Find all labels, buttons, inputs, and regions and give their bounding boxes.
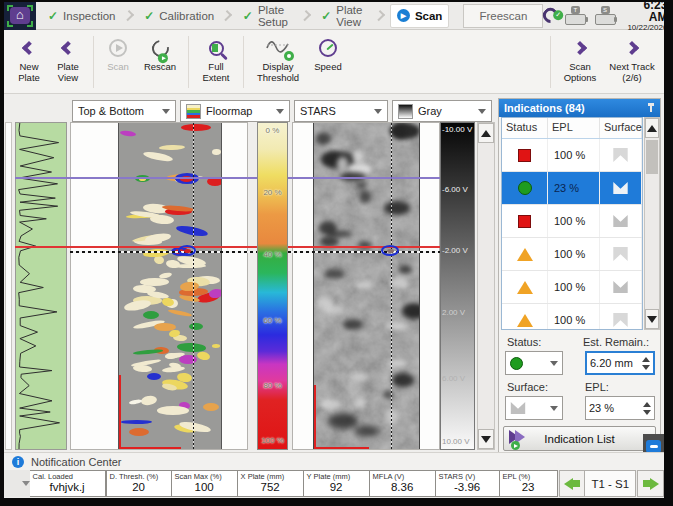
tab-calibration[interactable]: ✓Calibration [138, 4, 220, 28]
arrow-right-icon [643, 478, 659, 490]
column-header-status[interactable]: Status [502, 118, 548, 138]
cursor-hline [70, 251, 257, 253]
epl-value: 100 % [548, 304, 600, 330]
app-window: ⌂ ✓Inspection✓Calibration✓Plate Setup✓Pl… [4, 2, 664, 498]
status-select[interactable] [505, 351, 563, 375]
scroll-down-button[interactable] [478, 429, 494, 449]
status-icon [518, 181, 532, 195]
collapsed-panel-edge[interactable] [5, 122, 12, 450]
info-icon: i [12, 456, 24, 468]
scroll-up-button[interactable] [478, 123, 494, 143]
home-button[interactable]: ⌂ [4, 2, 36, 30]
next-track-nav-button[interactable] [637, 470, 664, 497]
play-icon [109, 39, 127, 57]
indications-scrollbar[interactable] [644, 117, 660, 330]
status-icon [518, 215, 531, 228]
status-bar-expander[interactable] [4, 470, 30, 497]
new-plate-button[interactable]: New Plate [10, 34, 48, 83]
check-icon: ✓ [243, 9, 253, 23]
cell-value: 23 [500, 481, 557, 493]
breadcrumb-separator [221, 10, 232, 21]
speed-button[interactable]: Speed [307, 34, 349, 73]
tab-plate-setup[interactable]: ✓Plate Setup [237, 4, 299, 28]
surface-select[interactable] [505, 396, 563, 420]
amplitude-waveform-panel[interactable] [15, 122, 67, 450]
floormap-view[interactable] [70, 122, 248, 450]
surface-label: Surface: [507, 381, 548, 393]
surface-icon [613, 181, 629, 195]
table-row[interactable]: 100 % [502, 205, 642, 238]
table-row[interactable]: 23 % [502, 172, 642, 205]
spinner-arrows[interactable] [643, 402, 651, 415]
pin-icon[interactable] [647, 103, 655, 113]
layout-select[interactable]: Top & Bottom [72, 100, 176, 122]
indications-header[interactable]: Indications (84) [499, 99, 660, 117]
scrollbar[interactable] [477, 122, 495, 450]
indications-title: Indications (84) [504, 102, 585, 114]
floormap-scan-strip[interactable] [118, 123, 222, 449]
plate-view-button[interactable]: Plate View [48, 34, 88, 83]
selected-indication-marker[interactable] [178, 245, 196, 256]
surface-icon [613, 313, 629, 327]
stars-view[interactable] [292, 122, 440, 450]
status-bar-cell: EPL (%) 23 [500, 470, 558, 497]
status-bar: Cal. Loaded fvhjvk.j D. Thresh. (%) 20 S… [4, 470, 664, 497]
scroll-thumb[interactable] [646, 140, 658, 174]
previous-track-button[interactable] [559, 470, 586, 497]
column-header-surface[interactable]: Surface [600, 118, 642, 138]
table-row[interactable]: 100 % [502, 139, 642, 172]
gauge-icon [319, 39, 337, 57]
status-bar-cell: Cal. Loaded fvhjvk.j [30, 470, 106, 497]
scan-extent-line [119, 447, 181, 449]
selected-indication-marker[interactable] [381, 245, 399, 256]
status-bar-cell: X Plate (mm) 752 [238, 470, 304, 497]
green-badge-icon [511, 441, 520, 450]
scan-options-button[interactable]: Scan Options [556, 34, 604, 83]
left-view-select[interactable]: Floormap [180, 100, 290, 122]
epl-value: 23 % [548, 172, 600, 204]
chevron-down-icon [478, 109, 486, 114]
display-threshold-button[interactable]: Display Threshold [249, 34, 307, 83]
table-row[interactable]: 100 % [502, 304, 642, 330]
cell-value: 92 [304, 481, 369, 493]
toolbar: New Plate Plate View Scan Rescan Full Ex… [4, 30, 664, 94]
right-view-select[interactable]: STARS [294, 100, 388, 122]
tab-inspection[interactable]: ✓Inspection [42, 4, 122, 28]
surface-icon [613, 247, 629, 261]
indication-list-button[interactable]: Indication List [503, 426, 656, 451]
home-bracket-icon [7, 21, 13, 27]
scroll-down-button[interactable] [645, 309, 659, 329]
stars-gray-scale: -10.00 V-6.00 V-2.00 V2.00 V6.00 V10.00 … [440, 122, 475, 450]
chevron-down-icon [162, 109, 170, 114]
gray-scale-label: 2.00 V [442, 308, 465, 317]
scroll-up-button[interactable] [645, 118, 659, 138]
epl-input[interactable]: 23 % [585, 396, 655, 420]
table-row[interactable]: 100 % [502, 271, 642, 304]
rescan-button[interactable]: Rescan [137, 34, 183, 73]
tab-scan[interactable]: ▶Scan [390, 4, 450, 28]
est-remain-input[interactable]: 6.20 mm [585, 351, 655, 375]
color-scale-label: 0 % [257, 126, 288, 135]
cell-value: 8.36 [370, 481, 435, 493]
tab-freescan[interactable]: Freescan [463, 4, 543, 28]
column-header-epl[interactable]: EPL [548, 118, 600, 138]
cell-value: 20 [107, 481, 171, 493]
cell-label: D. Thresh. (%) [107, 471, 171, 481]
surface-bottom-icon [510, 401, 526, 415]
next-track-button[interactable]: Next Track (2/6) [604, 34, 660, 83]
scan-button[interactable]: Scan [99, 34, 137, 73]
table-row[interactable]: 100 % [502, 238, 642, 271]
top-nav-bar: ⌂ ✓Inspection✓Calibration✓Plate Setup✓Pl… [4, 2, 664, 30]
gray-scale-label: -10.00 V [442, 125, 472, 134]
stars-scan-strip[interactable] [313, 123, 420, 449]
table-header-row: Status EPL Surface [502, 118, 642, 139]
toolbar-separator [243, 36, 244, 88]
right-palette-select[interactable]: Gray [392, 100, 492, 122]
full-extent-button[interactable]: Full Extent [194, 34, 238, 83]
home-bracket-icon [7, 5, 13, 11]
spinner-arrows[interactable] [642, 357, 650, 370]
notification-center[interactable]: i Notification Center [4, 452, 664, 470]
status-bar-cell: D. Thresh. (%) 20 [106, 470, 172, 497]
status-tray: ✓ T S 6:23 AM 10/22/2020 [543, 2, 664, 32]
tab-plate-view[interactable]: ✓Plate View [315, 4, 373, 28]
